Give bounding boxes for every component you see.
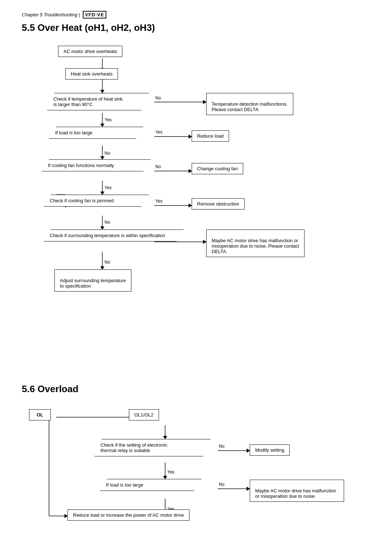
node-load-too-large: If load is too large — [100, 479, 201, 491]
svg-marker-11 — [189, 135, 192, 138]
node-check-thermal: Check if the setting of electronic therm… — [94, 439, 211, 456]
svg-marker-25 — [189, 204, 192, 207]
svg-marker-48 — [247, 487, 250, 491]
svg-text:No: No — [219, 444, 225, 449]
ac-malfunction-rect: Maybe AC motor drive has malfunction or … — [206, 229, 305, 257]
node-ol12: OL1/OL2 — [129, 409, 159, 420]
node-temp-detect: Temperature detection malfunctions. Plea… — [206, 93, 293, 115]
svg-marker-40 — [163, 436, 167, 439]
section-55-title: 5.5 Over Heat (oH1, oH2, oH3) — [22, 22, 370, 33]
node-modify-setting: Modify setting — [250, 444, 290, 456]
ac-malfunction2-rect: Maybe AC motor drive has malfunction or … — [250, 480, 344, 502]
svg-text:No: No — [105, 220, 110, 225]
svg-marker-31 — [203, 240, 206, 244]
svg-marker-17 — [189, 169, 192, 173]
node-reduce-load: Reduce load — [192, 130, 229, 142]
logo: VFD·VE — [83, 11, 106, 19]
svg-marker-5 — [203, 100, 206, 104]
svg-text:No: No — [105, 260, 110, 265]
svg-text:No: No — [155, 164, 161, 169]
modify-setting-rect: Modify setting — [250, 444, 290, 456]
flowchart-55: No Yes Yes No No Yes — [22, 42, 370, 369]
node-ol: OL — [29, 409, 51, 420]
chapter-text: Chapter 5 Troubleshooting | — [22, 12, 80, 17]
fc56-container: No Yes No Yes OL O — [22, 403, 367, 557]
remove-obs-rect: Remove obstruction — [192, 198, 245, 210]
svg-marker-14 — [101, 156, 104, 159]
node-heat-sink: Heat sink overheats — [65, 68, 118, 80]
node-cooling-normal: If cooling fan functions normally — [42, 159, 151, 171]
svg-text:Yes: Yes — [105, 117, 112, 122]
node-change-fan: Change cooling fan — [192, 163, 243, 174]
reduce-load-rect: Reduce load — [192, 130, 229, 142]
node-check-temp: Check if temperature of heat sink is lar… — [47, 93, 149, 110]
ol12-rect: OL1/OL2 — [129, 409, 159, 420]
node-ac-malfunction: Maybe AC motor drive has malfunction or … — [206, 229, 305, 257]
fc55-container: No Yes Yes No No Yes — [22, 42, 367, 369]
node-fan-jammed: Check if cooling fan is jammed — [44, 195, 149, 207]
svg-marker-45 — [163, 476, 167, 479]
node-ac-motor: AC motor drive overheats — [58, 46, 122, 57]
node-load-large: If load is too large — [49, 127, 143, 139]
svg-marker-28 — [101, 227, 104, 229]
node-reduce-load2: Reduce load or increase the power of AC … — [68, 509, 189, 521]
section-56-title: 5.6 Overload — [22, 383, 370, 395]
change-fan-rect: Change cooling fan — [192, 163, 243, 174]
svg-text:Yes: Yes — [167, 469, 175, 475]
svg-marker-54 — [65, 514, 68, 518]
flowchart-56: No Yes No Yes OL O — [22, 403, 370, 557]
chapter-header: Chapter 5 Troubleshooting | VFD·VE — [22, 11, 370, 19]
svg-text:No: No — [105, 151, 110, 156]
node-ac-malfunction2: Maybe AC motor drive has malfunction or … — [250, 480, 344, 502]
svg-marker-20 — [101, 192, 104, 195]
svg-marker-42 — [247, 449, 250, 452]
node-remove-obs: Remove obstruction — [192, 198, 245, 210]
adjust-temp-rect: Adjust surrounding temperature to specif… — [54, 269, 131, 292]
svg-marker-8 — [101, 124, 104, 127]
reduce-load2-rect: Reduce load or increase the power of AC … — [68, 509, 189, 521]
svg-text:No: No — [155, 95, 161, 101]
temp-detect-rect: Temperature detection malfunctions. Plea… — [206, 93, 293, 115]
svg-text:No: No — [219, 482, 225, 487]
svg-marker-3 — [101, 90, 104, 93]
svg-text:Yes: Yes — [155, 199, 163, 204]
ac-motor-rect: AC motor drive overheats — [58, 46, 122, 57]
svg-text:Yes: Yes — [155, 130, 163, 135]
node-check-surround: Check if surrounding temperature is with… — [44, 229, 184, 241]
ol-rect: OL — [29, 409, 51, 420]
svg-marker-34 — [101, 267, 104, 269]
heat-sink-rect: Heat sink overheats — [65, 68, 118, 80]
node-adjust-temp: Adjust surrounding temperature to specif… — [54, 269, 131, 292]
svg-text:Yes: Yes — [105, 185, 112, 190]
